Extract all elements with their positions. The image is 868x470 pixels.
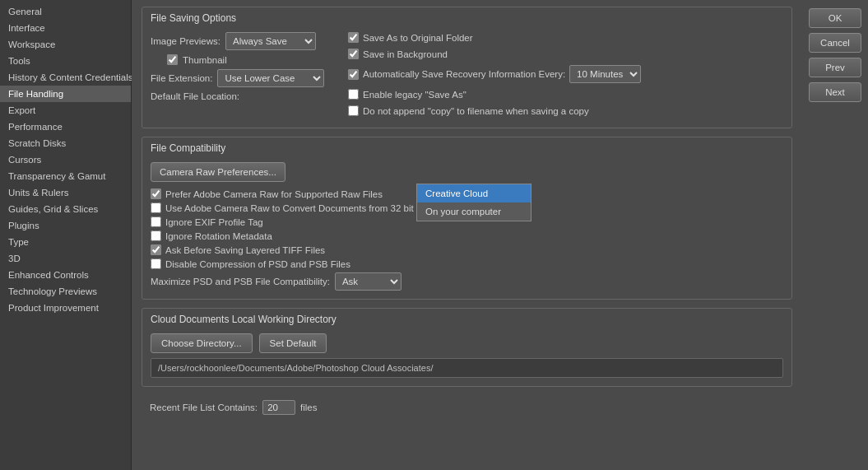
- sidebar-item-technology-previews[interactable]: Technology Previews: [0, 283, 131, 300]
- recent-label-before: Recent File List Contains:: [150, 403, 258, 412]
- sidebar-item-tools[interactable]: Tools: [0, 53, 131, 69]
- sidebar-item-product-improvement[interactable]: Product Improvement: [0, 300, 131, 316]
- ignore-exif-checkbox[interactable]: [151, 216, 161, 227]
- cloud-documents-section: Cloud Documents Local Working Directory …: [142, 308, 792, 387]
- ignore-rotation-checkbox[interactable]: [151, 230, 161, 241]
- maximize-row: Maximize PSD and PSB File Compatibility:…: [151, 272, 783, 291]
- file-extension-row: File Extension: Use Lower Case: [151, 69, 332, 87]
- cloud-documents-body: Choose Directory... Set Default /Users/r…: [142, 328, 791, 386]
- save-as-original-checkbox[interactable]: [348, 32, 359, 43]
- ask-before-saving-label: Ask Before Saving Layered TIFF Files: [165, 245, 325, 255]
- disable-compression-row: Disable Compression of PSD and PSB Files: [151, 258, 783, 269]
- file-saving-title: File Saving Options: [142, 7, 791, 27]
- auto-save-row: Automatically Save Recovery Information …: [348, 65, 641, 83]
- set-default-button[interactable]: Set Default: [259, 333, 327, 353]
- sidebar-item-type[interactable]: Type: [0, 234, 131, 250]
- sidebar-item-cursors[interactable]: Cursors: [0, 151, 131, 168]
- sidebar-item-history-content-credentials[interactable]: History & Content Credentials: [0, 69, 131, 86]
- maximize-label: Maximize PSD and PSB File Compatibility:: [151, 277, 330, 286]
- sidebar-item-file-handling[interactable]: File Handling: [0, 86, 131, 102]
- sidebar-item-plugins[interactable]: Plugins: [0, 217, 131, 234]
- file-saving-section: File Saving Options Image Previews: Alwa…: [142, 7, 792, 128]
- image-previews-row: Image Previews: Always Save: [151, 32, 332, 50]
- prefer-adobe-checkbox[interactable]: [151, 188, 161, 199]
- recent-file-count-input[interactable]: [262, 400, 295, 415]
- thumbnail-row: Thumbnail: [151, 54, 332, 65]
- app-window: GeneralInterfaceWorkspaceToolsHistory & …: [0, 0, 868, 470]
- thumbnail-checkbox[interactable]: [167, 54, 178, 65]
- content-area: File Saving Options Image Previews: Alwa…: [132, 0, 802, 470]
- choose-directory-button[interactable]: Choose Directory...: [151, 333, 253, 353]
- save-as-original-label: Save As to Original Folder: [363, 33, 473, 43]
- image-previews-select[interactable]: Always Save: [225, 32, 316, 50]
- save-in-background-row: Save in Background: [348, 49, 641, 59]
- sidebar-item-performance[interactable]: Performance: [0, 119, 131, 135]
- sidebar: GeneralInterfaceWorkspaceToolsHistory & …: [0, 0, 132, 470]
- ignore-exif-label: Ignore EXIF Profile Tag: [165, 217, 263, 227]
- sidebar-item-general[interactable]: General: [0, 3, 131, 20]
- ask-before-saving-row: Ask Before Saving Layered TIFF Files: [151, 244, 783, 255]
- sidebar-item-export[interactable]: Export: [0, 102, 131, 119]
- recent-file-row: Recent File List Contains: files: [142, 395, 792, 420]
- thumbnail-label: Thumbnail: [183, 55, 227, 65]
- prev-button[interactable]: Prev: [809, 58, 861, 77]
- sidebar-item-units-rulers[interactable]: Units & Rulers: [0, 184, 131, 201]
- save-in-background-checkbox[interactable]: [348, 49, 359, 59]
- sidebar-item-interface[interactable]: Interface: [0, 20, 131, 36]
- auto-save-checkbox[interactable]: [348, 69, 359, 80]
- do-not-append-row: Do not append "copy" to filename when sa…: [348, 105, 641, 116]
- dropdown-item-creative-cloud[interactable]: Creative Cloud: [417, 184, 531, 202]
- sidebar-item-guides-grid-slices[interactable]: Guides, Grid & Slices: [0, 201, 131, 217]
- file-compatibility-body: Camera Raw Preferences... Prefer Adobe C…: [142, 157, 791, 299]
- default-file-location-row: Default File Location: Creative Cloud On…: [151, 91, 332, 101]
- main-content: File Saving Options Image Previews: Alwa…: [132, 0, 802, 470]
- fso-right: Save As to Original Folder Save in Backg…: [348, 32, 641, 119]
- disable-compression-label: Disable Compression of PSD and PSB Files: [165, 259, 350, 269]
- file-compatibility-title: File Compatibility: [142, 137, 791, 157]
- enable-legacy-row: Enable legacy "Save As": [348, 89, 641, 100]
- image-previews-label: Image Previews:: [151, 36, 220, 46]
- ok-button[interactable]: OK: [809, 8, 861, 28]
- use-adobe-convert-label: Use Adobe Camera Raw to Convert Document…: [165, 203, 457, 213]
- prefer-adobe-label: Prefer Adobe Camera Raw for Supported Ra…: [165, 189, 383, 199]
- ask-before-saving-checkbox[interactable]: [151, 244, 161, 255]
- save-as-original-row: Save As to Original Folder: [348, 32, 641, 43]
- maximize-select[interactable]: AlwaysNeverAsk: [335, 272, 402, 291]
- camera-raw-button[interactable]: Camera Raw Preferences...: [151, 162, 285, 182]
- enable-legacy-checkbox[interactable]: [348, 89, 359, 100]
- auto-save-minutes-select[interactable]: 10 Minutes: [569, 65, 641, 83]
- side-buttons-panel: OK Cancel Prev Next: [802, 0, 868, 470]
- file-saving-body: Image Previews: Always Save Thumbnail Fi…: [142, 27, 791, 128]
- sidebar-item-workspace[interactable]: Workspace: [0, 36, 131, 53]
- sidebar-item-scratch-disks[interactable]: Scratch Disks: [0, 135, 131, 151]
- do-not-append-checkbox[interactable]: [348, 105, 359, 116]
- auto-save-label: Automatically Save Recovery Information …: [363, 69, 565, 79]
- ignore-rotation-row: Ignore Rotation Metadata: [151, 230, 783, 241]
- do-not-append-label: Do not append "copy" to filename when sa…: [363, 106, 589, 116]
- cloud-documents-title: Cloud Documents Local Working Directory: [142, 309, 791, 328]
- enable-legacy-label: Enable legacy "Save As": [363, 90, 466, 100]
- fso-left: Image Previews: Always Save Thumbnail Fi…: [151, 32, 332, 119]
- default-file-location-label: Default File Location:: [151, 91, 239, 101]
- next-button[interactable]: Next: [809, 82, 861, 102]
- ignore-rotation-label: Ignore Rotation Metadata: [165, 231, 272, 241]
- sidebar-item-transparency-gamut[interactable]: Transparency & Gamut: [0, 168, 131, 184]
- sidebar-item-3d[interactable]: 3D: [0, 250, 131, 267]
- file-location-dropdown[interactable]: Creative Cloud On your computer: [416, 184, 531, 221]
- save-in-background-label: Save in Background: [363, 49, 448, 59]
- disable-compression-checkbox[interactable]: [151, 258, 161, 269]
- file-extension-label: File Extension:: [151, 73, 212, 83]
- sidebar-item-enhanced-controls[interactable]: Enhanced Controls: [0, 267, 131, 283]
- file-extension-select[interactable]: Use Lower Case: [217, 69, 324, 87]
- recent-label-after: files: [300, 403, 317, 412]
- use-adobe-convert-checkbox[interactable]: [151, 202, 161, 213]
- cancel-button[interactable]: Cancel: [809, 33, 861, 53]
- directory-path: /Users/rockhoonlee/Documents/Adobe/Photo…: [151, 358, 783, 378]
- dropdown-item-computer[interactable]: On your computer: [417, 202, 531, 221]
